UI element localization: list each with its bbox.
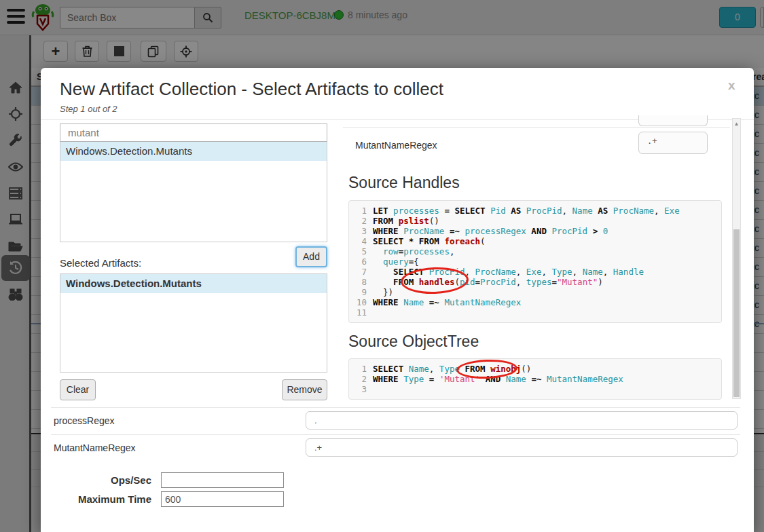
scrolled-input-fragment xyxy=(638,115,708,126)
artifact-results-list: Windows.Detection.Mutants xyxy=(60,142,327,242)
maximum-time-input[interactable] xyxy=(161,491,284,507)
mutant-name-regex-form-label: MutantNameRegex xyxy=(54,442,136,453)
modal-title: New Artifact Collection - Select Artifac… xyxy=(60,79,443,100)
modal-close-button[interactable]: x xyxy=(728,79,735,92)
code-line: 9 }) xyxy=(349,287,721,297)
code-line: 3 xyxy=(349,384,721,394)
process-regex-input[interactable] xyxy=(306,411,738,430)
code-line: 11 xyxy=(349,307,721,318)
maximum-time-label: Maximum Time xyxy=(70,493,151,505)
code-line: 4SELECT * FROM foreach( xyxy=(349,236,721,246)
code-line: 5 row=processes, xyxy=(349,246,721,256)
new-collection-modal: x New Artifact Collection - Select Artif… xyxy=(41,68,754,532)
process-regex-label: processRegex xyxy=(54,415,115,426)
velociraptor-app: DESKTOP-6CBJ8MJ 8 minutes ago 0 xyxy=(0,0,764,532)
scroll-up-icon[interactable]: ▲ xyxy=(733,121,740,127)
source-objecttree-heading: Source ObjectTree xyxy=(348,332,479,351)
panel-scrollbar[interactable]: ▲ ▼ xyxy=(732,118,741,399)
source-objecttree-code: 1SELECT Name, Type FROM winobj()2WHERE T… xyxy=(348,358,722,400)
ops-sec-input[interactable] xyxy=(161,472,284,488)
add-artifact-button[interactable]: Add xyxy=(295,246,327,267)
code-line: 2FROM pslist() xyxy=(349,216,721,226)
code-line: 1SELECT Name, Type FROM winobj() xyxy=(349,364,721,374)
scrollbar-thumb[interactable] xyxy=(733,229,740,397)
code-line: 3WHERE ProcName =~ processRegex AND Proc… xyxy=(349,226,721,236)
wizard-step-label: Step 1 out of 2 xyxy=(60,104,117,114)
selected-artifacts-label: Selected Artifacts: xyxy=(60,257,141,269)
remove-button[interactable]: Remove xyxy=(282,379,327,400)
selected-artifact-item[interactable]: Windows.Detection.Mutants xyxy=(60,274,327,293)
code-line: 2WHERE Type = 'Mutant' AND Name =~ Mutan… xyxy=(349,374,721,384)
code-line: 10WHERE Name =~ MutantNameRegex xyxy=(349,297,721,307)
param-label: MutantNameRegex xyxy=(355,140,437,151)
source-handles-heading: Source Handles xyxy=(348,174,460,192)
selected-artifacts-list: Windows.Detection.Mutants xyxy=(60,273,327,373)
source-handles-code: 1LET processes = SELECT Pid AS ProcPid, … xyxy=(348,200,722,323)
ops-sec-label: Ops/Sec xyxy=(70,474,151,486)
clear-button[interactable]: Clear xyxy=(60,379,96,400)
mutant-name-regex-form-input[interactable] xyxy=(306,438,738,457)
code-line: 6 query={ xyxy=(349,256,721,267)
code-line: 1LET processes = SELECT Pid AS ProcPid, … xyxy=(349,206,721,216)
artifact-filter-input[interactable] xyxy=(60,124,327,142)
artifact-list-item[interactable]: Windows.Detection.Mutants xyxy=(60,142,327,161)
mutant-name-regex-input[interactable]: .+ xyxy=(638,132,708,154)
artifact-details-panel: MutantNameRegex .+ Source Handles 1LET p… xyxy=(343,115,730,402)
